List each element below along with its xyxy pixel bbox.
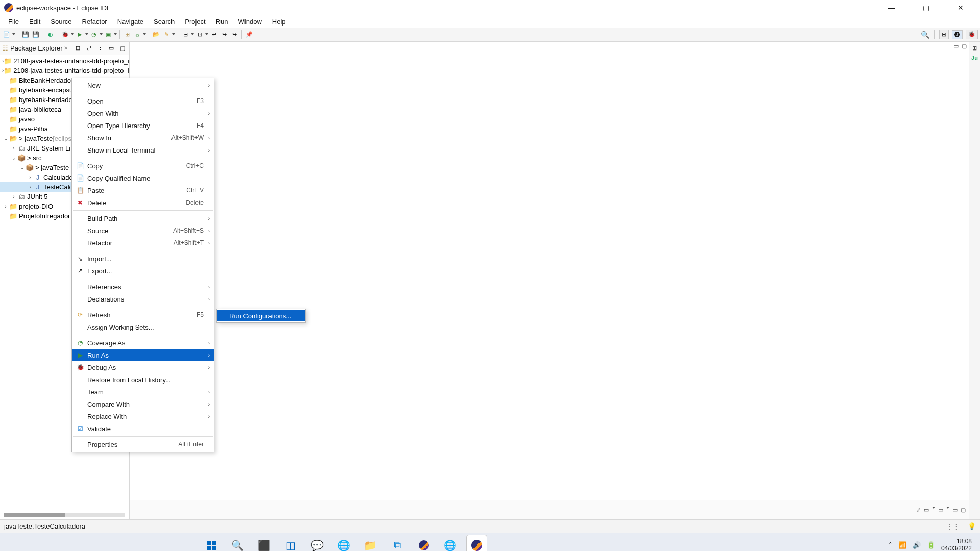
debug-perspective-button[interactable]: 🐞 <box>966 30 978 39</box>
battery-icon[interactable]: 🔋 <box>927 541 935 549</box>
menu-help[interactable]: Help <box>267 16 291 27</box>
search-toolbar-icon[interactable]: 🔍 <box>920 30 929 39</box>
menu-navigate[interactable]: Navigate <box>112 16 149 27</box>
main-toolbar[interactable]: 📄 💾 💾 ◐ 🐞 ▶ ◔ ▣ ⊞ ☼ 📂 ✎ ⊟ ⊡ ↩ ↪ ↪ 📌 🔍 ⊞ … <box>0 28 980 42</box>
chat-icon[interactable]: 💬 <box>307 535 328 552</box>
context-menu[interactable]: New›OpenF3Open With›Open Type HierarchyF… <box>71 78 214 452</box>
ctx-open-with[interactable]: Open With› <box>72 107 214 119</box>
ctx-source[interactable]: SourceAlt+Shift+S› <box>72 224 214 237</box>
start-button[interactable] <box>201 535 222 552</box>
open-task-icon[interactable]: 📂 <box>152 30 161 39</box>
new-icon[interactable]: 📄 <box>2 30 11 39</box>
maximize-bottom-icon[interactable]: ▢ <box>961 507 966 513</box>
run-as-submenu[interactable]: Run Configurations... <box>216 309 306 323</box>
close-view-icon[interactable]: ✕ <box>64 45 68 51</box>
dropdown-icon[interactable] <box>85 33 88 36</box>
menu-window[interactable]: Window <box>233 16 267 27</box>
menu-project[interactable]: Project <box>180 16 210 27</box>
ctx-import[interactable]: ↘Import... <box>72 253 214 265</box>
widgets-icon[interactable]: ◫ <box>281 535 301 552</box>
link-editor-icon[interactable]: ⇄ <box>84 44 93 53</box>
system-clock[interactable]: 18:08 04/03/2022 <box>941 538 972 551</box>
console-select-icon[interactable]: ▭ <box>938 507 943 513</box>
minimize-view-icon[interactable]: ▭ <box>107 44 116 53</box>
ctx-properties[interactable]: PropertiesAlt+Enter <box>72 438 214 450</box>
coverage-icon[interactable]: ◔ <box>89 30 99 39</box>
dropdown-icon[interactable] <box>191 33 194 36</box>
dropdown-icon[interactable] <box>143 33 146 36</box>
close-button[interactable]: ✕ <box>949 4 972 12</box>
view-menu-icon[interactable]: ⋮ <box>95 44 105 53</box>
ctx-copy[interactable]: 📄CopyCtrl+C <box>72 160 214 172</box>
tree-node[interactable]: ›📁2108-java-testes-unitarios-tdd-projeto… <box>0 66 129 76</box>
dropdown-icon[interactable] <box>932 507 935 510</box>
ext-tools-icon[interactable]: ▣ <box>104 30 113 39</box>
toggle-breadcrumb-icon[interactable]: ⊟ <box>181 30 190 39</box>
menu-bar[interactable]: FileEditSourceRefactorNavigateSearchProj… <box>0 15 980 28</box>
ctx-new[interactable]: New› <box>72 79 214 91</box>
dropdown-icon[interactable] <box>205 33 208 36</box>
nav-fwd-icon[interactable]: ↪ <box>219 30 229 39</box>
task-view-icon[interactable]: ⬛ <box>254 535 275 552</box>
dropdown-icon[interactable] <box>946 507 949 510</box>
dropdown-icon[interactable] <box>100 33 103 36</box>
pin-icon[interactable]: 📌 <box>244 30 254 39</box>
ctx-delete[interactable]: ✖DeleteDelete <box>72 196 214 209</box>
minimize-editor-icon[interactable]: ▭ <box>953 43 959 49</box>
ctx-refactor[interactable]: RefactorAlt+Shift+T› <box>72 237 214 249</box>
run-configurations-item[interactable]: Run Configurations... <box>217 310 305 321</box>
twisty-icon[interactable]: › <box>27 184 34 190</box>
ctx-team[interactable]: Team› <box>72 386 214 398</box>
ctx-copy-qualified-name[interactable]: 📄Copy Qualified Name <box>72 172 214 184</box>
dropdown-icon[interactable] <box>172 33 175 36</box>
twisty-icon[interactable]: › <box>27 174 34 180</box>
ctx-run-as[interactable]: ▶Run As› <box>72 349 214 361</box>
minimize-bottom-icon[interactable]: ▭ <box>952 507 958 513</box>
ctx-open[interactable]: OpenF3 <box>72 95 214 107</box>
new-class-icon[interactable]: ☼ <box>133 30 142 39</box>
new-package-icon[interactable]: ⊞ <box>122 30 132 39</box>
save-all-icon[interactable]: 💾 <box>31 30 40 39</box>
vscode-icon[interactable]: ⧉ <box>387 535 407 552</box>
chrome-icon[interactable]: 🌐 <box>334 535 354 552</box>
ctx-compare-with[interactable]: Compare With› <box>72 398 214 410</box>
menu-refactor[interactable]: Refactor <box>77 16 112 27</box>
scrollbar-thumb[interactable] <box>4 513 65 517</box>
ctx-show-in[interactable]: Show InAlt+Shift+W› <box>72 132 214 144</box>
console-display-icon[interactable]: ▭ <box>924 507 929 513</box>
debug-icon[interactable]: 🐞 <box>61 30 70 39</box>
twisty-icon[interactable]: ⌄ <box>2 136 9 141</box>
menu-edit[interactable]: Edit <box>24 16 45 27</box>
dropdown-icon[interactable] <box>71 33 74 36</box>
tip-of-day-icon[interactable]: 💡 <box>968 522 976 530</box>
wifi-icon[interactable]: 📶 <box>898 541 906 549</box>
ctx-build-path[interactable]: Build Path› <box>72 212 214 224</box>
dropdown-icon[interactable] <box>12 33 15 36</box>
ctx-open-type-hierarchy[interactable]: Open Type HierarchyF4 <box>72 119 214 132</box>
status-handle-icon[interactable]: ⋮⋮ <box>946 522 960 530</box>
menu-run[interactable]: Run <box>211 16 233 27</box>
ctx-debug-as[interactable]: 🐞Debug As› <box>72 361 214 373</box>
menu-file[interactable]: File <box>3 16 24 27</box>
ctx-validate[interactable]: ☑Validate <box>72 422 214 435</box>
ctx-coverage-as[interactable]: ◔Coverage As› <box>72 337 214 349</box>
toggle-mark-icon[interactable]: ⊡ <box>195 30 204 39</box>
nav-last-icon[interactable]: ↪ <box>230 30 239 39</box>
java-perspective-button[interactable]: 🅙 <box>952 30 963 39</box>
maximize-editor-icon[interactable]: ▢ <box>962 43 967 49</box>
open-type-icon[interactable]: ◐ <box>46 30 55 39</box>
twisty-icon[interactable]: ⌄ <box>18 165 26 170</box>
volume-icon[interactable]: 🔊 <box>913 541 921 549</box>
search-taskbar-icon[interactable]: 🔍 <box>228 535 248 552</box>
nav-back-icon[interactable]: ↩ <box>209 30 218 39</box>
ctx-restore-from-local-history[interactable]: Restore from Local History... <box>72 373 214 386</box>
save-icon[interactable]: 💾 <box>21 30 30 39</box>
ctx-paste[interactable]: 📋PasteCtrl+V <box>72 184 214 196</box>
ctx-replace-with[interactable]: Replace With› <box>72 410 214 422</box>
horizontal-scrollbar[interactable] <box>4 513 125 517</box>
menu-search[interactable]: Search <box>149 16 180 27</box>
search-icon[interactable]: ✎ <box>162 30 171 39</box>
eclipse-taskbar-icon[interactable] <box>413 535 434 552</box>
open-perspective-button[interactable]: ⊞ <box>939 30 949 39</box>
twisty-icon[interactable]: › <box>10 145 17 151</box>
